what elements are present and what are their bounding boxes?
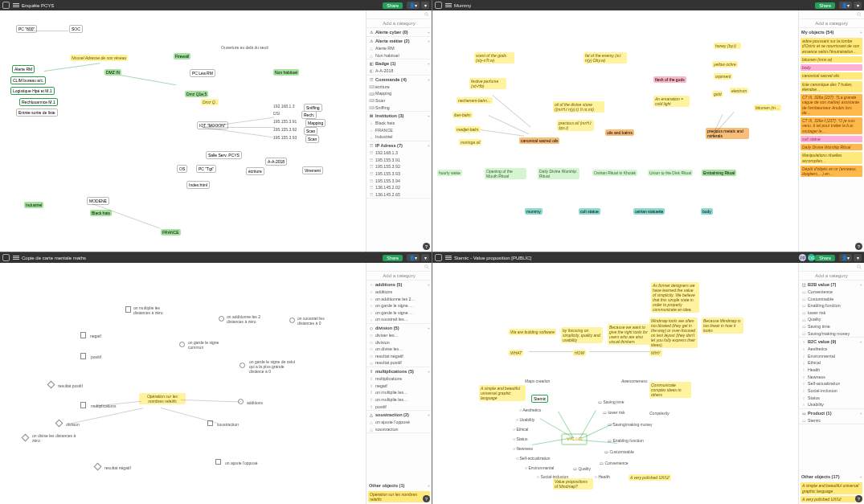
more-button[interactable]: ▾ <box>421 254 429 261</box>
node[interactable]: ▭ Quality <box>573 466 591 471</box>
share-button[interactable]: Share <box>815 2 835 9</box>
my-objects-head[interactable]: My objects (54)+ <box>799 28 864 36</box>
avatar[interactable]: PP <box>799 254 806 261</box>
category-item[interactable]: ⌂FRANCE <box>366 127 432 134</box>
node[interactable]: A-A-2018 <box>265 158 287 166</box>
node[interactable]: ▭ lower risk <box>603 410 625 415</box>
category-item[interactable]: ○Self-actualization <box>799 380 864 387</box>
arrow-icon[interactable] <box>125 306 131 313</box>
category-item[interactable]: ⇧on multiplie les… <box>366 389 432 396</box>
sticky[interactable]: flesh of the gods <box>653 76 686 83</box>
sticky[interactable]: moringa oil <box>459 139 481 145</box>
node[interactable]: PC "800" <box>16 25 37 33</box>
arrow-icon[interactable] <box>80 353 86 359</box>
sticky[interactable]: bitumen (m… <box>754 104 781 111</box>
node[interactable]: Rechlouannce M.1 <box>19 98 58 106</box>
sticky[interactable]: Nouvel Adresse de son réseau <box>70 55 128 61</box>
canvas[interactable]: Opération sur les nombres relatifs on mu… <box>0 263 366 504</box>
sticky[interactable]: An emanation = cold light <box>653 96 690 107</box>
category-item[interactable]: ○Usability <box>799 401 864 408</box>
category-item[interactable]: ▭Enabling function <box>799 302 864 309</box>
category-item[interactable]: ☷136.145.2.65 <box>366 191 432 199</box>
sticky[interactable]: Because we want to give the right tools … <box>608 324 651 345</box>
category-item[interactable]: ◧A-A-2018 <box>366 68 432 75</box>
category-item[interactable]: ☷136.145.2.02 <box>366 184 432 191</box>
node[interactable]: Alerte RM <box>12 65 35 73</box>
share-button[interactable]: Share <box>383 255 403 261</box>
category-item[interactable]: ▭Saving time <box>799 323 864 330</box>
more-button[interactable]: ▾ <box>421 2 429 9</box>
category-item[interactable]: ○on soustrait les… <box>366 316 432 323</box>
sticky[interactable]: precious oil (mrH.t šps.t) <box>557 120 594 131</box>
node[interactable]: Salle Serv. PCYS <box>206 151 242 159</box>
sticky[interactable]: Union to the Disk Ritual <box>648 170 693 176</box>
node[interactable]: ○ Newness <box>513 446 533 451</box>
category-list[interactable]: ⚠Alerte cyber (0)+⚠Alerte métier (2)+△Al… <box>366 28 432 252</box>
node[interactable]: Rech. <box>301 111 317 119</box>
node[interactable]: Non habituel <box>273 69 299 76</box>
node[interactable]: Black hats <box>90 210 112 216</box>
category-item[interactable]: ☷195.155.3.92 <box>366 163 432 170</box>
ip[interactable]: 192.168.1.3 <box>273 104 294 109</box>
add-category[interactable]: Add a category <box>799 272 864 281</box>
node[interactable]: MODENE <box>87 197 109 205</box>
sticky[interactable]: scent of the gods (sty-nTr.w) <box>474 52 514 64</box>
node[interactable]: Entrée sortie de liste <box>16 109 58 117</box>
node[interactable]: ○ Aesthetics <box>519 408 541 412</box>
node[interactable]: FRANCE <box>161 229 181 236</box>
node[interactable]: SOC <box>69 25 83 33</box>
sticky[interactable]: medjet-balm <box>455 126 481 133</box>
search[interactable] <box>799 263 864 272</box>
sticky[interactable]: Mindmap tools are often too bloated (the… <box>649 318 698 348</box>
category-item[interactable]: ◇resultat positif <box>366 359 432 367</box>
category-head[interactable]: ☷IP Adress (7)+ <box>366 141 432 150</box>
sticky[interactable]: electrum <box>730 88 748 94</box>
category-item[interactable]: ▭lower risk <box>799 309 864 317</box>
category-item[interactable]: ▭Saving/making money <box>799 330 864 338</box>
category-item[interactable]: ▭Customisable <box>799 296 864 303</box>
sticky[interactable]: mummy <box>525 208 543 215</box>
share-button[interactable]: Share <box>815 255 835 261</box>
sticky[interactable]: canonical sacred oils <box>519 137 559 144</box>
node[interactable]: ▭ Saving time <box>598 400 624 404</box>
category-item[interactable]: △Non habituel <box>366 52 432 59</box>
object-note[interactable]: CT III, 326e-f [237]: "O je suis venu, ô… <box>801 117 862 134</box>
doc-title[interactable]: Stemic - Value proposition [PUBLIC] <box>454 256 797 260</box>
node[interactable]: ○ Self-actualization <box>516 456 551 461</box>
user-button[interactable]: 👤▾ <box>407 2 420 9</box>
sticky[interactable]: Osirian Ritual in Khoiak <box>592 170 637 176</box>
node[interactable]: Scan <box>304 127 317 135</box>
brand-icon[interactable] <box>2 254 10 261</box>
node[interactable]: Logistique Hpé et M.1 <box>10 87 55 95</box>
search[interactable] <box>366 263 432 272</box>
diamond-icon[interactable] <box>94 463 102 471</box>
sticky[interactable]: yellow ochre <box>712 61 738 68</box>
node[interactable]: ○ Health <box>595 474 610 479</box>
brand-icon[interactable] <box>2 2 10 9</box>
help-button[interactable]: ? <box>855 243 862 250</box>
category-item[interactable]: ⇧on multiplie les… <box>366 396 432 404</box>
help-button[interactable]: ? <box>423 495 430 502</box>
node[interactable]: ○ Environmental <box>525 465 554 470</box>
object-note[interactable]: Manipulations rituelles accomplies… <box>801 152 862 164</box>
category-head[interactable]: ○additions (5)+ <box>366 281 432 289</box>
tag[interactable]: WHAT <box>509 350 523 356</box>
category-item[interactable]: ☷195.155.3.94 <box>366 178 432 185</box>
category-item[interactable]: ○on garde le signe … <box>366 309 432 317</box>
category-item[interactable]: ▭Quality <box>799 316 864 323</box>
sticky[interactable]: Communicate complex ideas to others <box>649 382 691 398</box>
category-item[interactable]: △Alerte RM <box>366 45 432 52</box>
other-object-note[interactable]: Opération sur les nombres relatifs <box>368 491 430 503</box>
category-head[interactable]: ⇧multiplications (5)+ <box>366 367 432 375</box>
sticky[interactable]: Opening of the Mouth Ritual <box>485 168 526 179</box>
menu-icon[interactable] <box>13 255 19 261</box>
diamond-icon[interactable] <box>47 381 55 389</box>
help-button[interactable]: ? <box>423 243 430 250</box>
sticky[interactable]: oil of the divine stone ((mrH.t n(y).t) … <box>553 101 604 113</box>
category-item[interactable]: ○Health <box>799 367 864 374</box>
object-note[interactable]: bitumen (mnn.w) <box>801 56 862 63</box>
diamond-icon[interactable] <box>22 434 30 442</box>
add-category[interactable]: Add a category <box>799 19 864 28</box>
category-item[interactable]: ◇division <box>366 339 432 346</box>
category-head[interactable]: ⚠Alerte métier (2)+ <box>366 37 432 45</box>
